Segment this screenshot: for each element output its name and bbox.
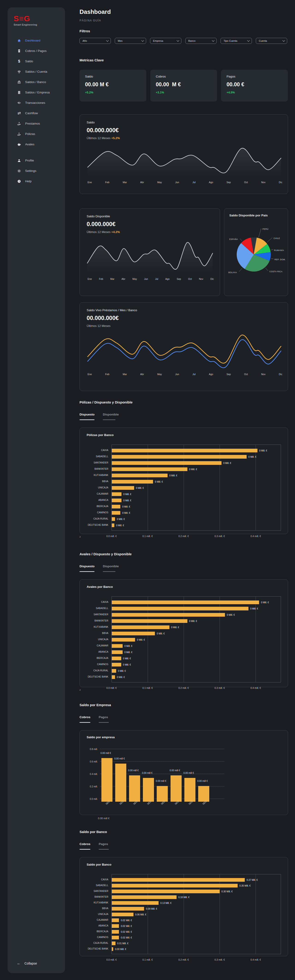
sidebar-item-settings[interactable]: Settings — [8, 165, 65, 176]
bar-row: 0 Mill. € — [112, 668, 281, 674]
prestamos-chart-period: Últimos 12 Meses — [87, 324, 281, 328]
bar — [112, 901, 159, 905]
bar-category-label: CAMINOS — [87, 934, 111, 940]
bar-row: 0 Mill. € — [112, 516, 281, 522]
filter-select-banco[interactable]: Banco — [185, 38, 217, 44]
sidebar-item-label: Saldos / Empresa — [25, 91, 50, 94]
tab-label: Cobros — [79, 715, 90, 719]
bar — [115, 764, 126, 802]
bar-category-label: SABADELL — [87, 882, 111, 888]
bar-row: 0.02 Mill. € — [112, 917, 281, 923]
bar — [112, 474, 168, 477]
bar — [112, 517, 115, 521]
prestamos-line-chart — [87, 331, 281, 369]
bar-row: 0 Mill. € — [112, 636, 281, 643]
tab-pagos[interactable]: Pagos — [98, 715, 109, 723]
bar — [198, 786, 209, 802]
sidebar-item-saldos-cuenta[interactable]: Saldos / Cuenta — [8, 67, 65, 77]
month-tick: Ene — [87, 181, 92, 184]
tab-pagos[interactable]: Pagos — [98, 842, 109, 850]
pie-label: ESPAÑA — [229, 238, 238, 240]
bar — [112, 600, 259, 604]
x-axis-tick: 0.2 mill. € — [178, 535, 189, 538]
tab-underline — [98, 849, 109, 850]
bar-value-label: 0.09 Mill. € — [146, 907, 157, 910]
bar-row: 0 Mill. € — [112, 630, 281, 636]
bar — [112, 638, 135, 641]
sidebar-nav: DashboardCobros / Pagos$SaldoSaldos / Cu… — [8, 35, 65, 150]
period-text: Últimos 12 Meses — [87, 230, 111, 234]
sidebar-item-label: Pólizas — [25, 132, 35, 136]
sidebar-item-p-lizas[interactable]: Pólizas — [8, 129, 65, 139]
sidebar-item-avales[interactable]: Avales — [8, 139, 65, 150]
chevron-down-icon — [176, 39, 179, 41]
filter-select-tipo-cuenta[interactable]: Tipo Cuenta — [220, 38, 252, 44]
pie-label: COSTA RICA — [270, 270, 282, 273]
sidebar-item-profile[interactable]: Profile — [8, 155, 65, 165]
bar-category-label: SABADELL — [87, 453, 111, 460]
sidebar-item-cobros-pagos[interactable]: Cobros / Pagos — [8, 46, 65, 56]
month-tick: Abr — [121, 278, 125, 280]
page-title: Dashboard — [79, 8, 288, 15]
gridline — [100, 749, 224, 749]
filter-select-cuenta[interactable]: Cuenta — [256, 38, 287, 44]
banco-section-heading: Saldo por Banco — [79, 830, 288, 834]
tab-cobros[interactable]: Cobros — [79, 715, 90, 723]
tab-dispuesto[interactable]: Dispuesto — [79, 564, 95, 572]
y-axis-tick: 0.6 mill. — [90, 760, 98, 763]
tab-dispuesto[interactable]: Dispuesto — [79, 412, 95, 420]
month-tick: Oct — [244, 181, 248, 184]
sidebar-item-help[interactable]: ?Help — [8, 176, 65, 186]
bar-category-label: ABANCA — [87, 497, 111, 503]
bar — [112, 930, 119, 934]
y-axis-tick: 0.2 mill. — [90, 785, 98, 788]
bar-category-label: UNICAJA — [87, 484, 111, 491]
sidebar-item-dashboard[interactable]: Dashboard — [8, 35, 65, 46]
metric-delta: +3.1% — [156, 91, 212, 94]
bar-row: 0 Mill. € — [112, 655, 281, 662]
bar-row: 0 Mill. € — [112, 643, 281, 649]
y-axis-tick: 0.4 mill. — [90, 773, 98, 775]
bar-value-label: 0 Mill. € — [117, 518, 125, 520]
sidebar-item-prestamos[interactable]: $Prestamos — [8, 118, 65, 129]
tab-disponible[interactable]: Disponible — [103, 564, 119, 572]
bar-category-label: ABANCA — [87, 923, 111, 929]
month-tick: May — [157, 373, 162, 375]
x-axis-tick: 0.4 mill. € — [251, 958, 261, 961]
tab-underline — [79, 419, 95, 420]
month-tick: May — [157, 181, 162, 184]
bar-value-label: 0 Mill. € — [259, 449, 267, 452]
month-tick: Ago — [165, 278, 170, 280]
sidebar-item-label: Dashboard — [25, 39, 40, 42]
bar-category-label: CAJAMAR — [87, 491, 111, 497]
filter-select-año[interactable]: Año — [79, 38, 111, 44]
bar — [112, 625, 170, 629]
x-axis-tick: 0.1 mill. € — [143, 687, 153, 689]
metric-label: Saldo — [85, 75, 141, 78]
sidebar-item-saldos-empresa[interactable]: Saldos / Empresa — [8, 87, 65, 98]
bar — [112, 675, 115, 679]
filter-select-mes[interactable]: Mes — [115, 38, 146, 44]
bar-value-label: 0.18 Mill. € — [178, 896, 189, 898]
bar-value-label: 0 Mill. € — [261, 601, 269, 603]
sidebar-item-saldos-banco[interactable]: Saldos / Banco — [8, 77, 65, 87]
sidebar-nav-secondary: ProfileSettings?Help — [8, 155, 65, 186]
month-tick: Feb — [105, 373, 109, 375]
collapse-button[interactable]: ← Collapse — [8, 959, 65, 968]
sidebar-item-transacciones[interactable]: Transacciones — [8, 98, 65, 108]
pie-label: RUMANÍA — [274, 249, 284, 251]
filter-select-empresa[interactable]: Empresa — [150, 38, 181, 44]
month-tick: Feb — [99, 278, 103, 280]
sidebar-item-cashflow[interactable]: ⇄Cashflow — [8, 108, 65, 118]
bar-row: 0 Mill. € — [112, 479, 281, 485]
bar-value-label: 0 Mill. € — [189, 468, 197, 470]
chevron-down-icon — [141, 39, 144, 41]
sidebar-item-saldo[interactable]: $Saldo — [8, 56, 65, 67]
bar-value-label: 0.00 mill € — [100, 752, 111, 754]
tab-disponible[interactable]: Disponible — [103, 412, 119, 420]
bar — [112, 511, 120, 515]
x-axis-tick: 0.2 mill. € — [178, 958, 189, 961]
tab-cobros[interactable]: Cobros — [79, 842, 90, 850]
pie-chart-title: Saldo Disponible por País — [228, 214, 284, 217]
month-tick: Ago — [209, 181, 213, 184]
